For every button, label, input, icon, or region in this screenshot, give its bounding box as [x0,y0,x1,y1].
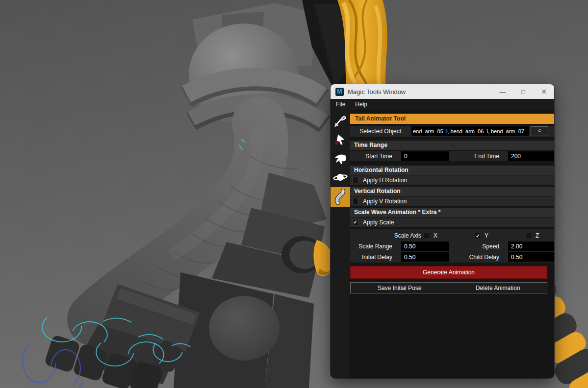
selected-object-row: Selected Object < [350,126,554,137]
time-range-row: Start Time End Time [350,151,554,161]
window-title: Magic Tools Window [348,88,492,96]
panel-body: Tail Animator Tool Selected Object < Tim… [331,110,554,378]
tool-button-planet[interactable] [331,169,350,186]
scale-wave-header: Scale Wave Animation * Extra * [350,208,554,217]
magic-tools-window: M Magic Tools Window — □ ✕ File Help [331,84,554,378]
axis-y-group: ✓ Y [472,232,488,239]
generate-animation-button[interactable]: Generate Animation [350,266,547,279]
tail-icon [333,189,348,205]
start-time-input[interactable] [401,151,449,161]
axis-x-label: X [434,232,437,239]
window-titlebar[interactable]: M Magic Tools Window — □ ✕ [331,84,554,99]
tool-button-tail-animator[interactable] [331,187,350,207]
axis-y-checkbox[interactable]: ✓ [475,233,481,239]
selected-object-label: Selected Object [350,128,401,135]
planet-icon [333,171,348,184]
menu-item-file[interactable]: File [336,101,345,108]
apply-scale-checkbox[interactable]: ✓ [352,219,358,225]
scale-range-label: Scale Range [350,243,392,250]
apply-v-rotation-row: Apply V Rotation [350,196,554,206]
tool-button-needle[interactable] [331,113,350,130]
save-initial-pose-button[interactable]: Save Initial Pose [350,282,449,293]
needle-icon [333,114,347,129]
apply-scale-label: Apply Scale [363,219,394,226]
tool-button-claw[interactable] [331,150,350,168]
axis-z-checkbox[interactable] [526,233,532,239]
desktop-stage: M Magic Tools Window — □ ✕ File Help [0,0,588,388]
apply-scale-row: ✓ Apply Scale [350,218,554,227]
window-controls: — □ ✕ [492,84,554,99]
child-delay-input[interactable] [508,252,554,262]
end-time-label: End Time [458,153,499,160]
end-time-input[interactable] [508,151,554,161]
scale-range-input[interactable] [401,242,449,251]
delay-row: Initial Delay Child Delay [350,252,554,262]
tool-sidebar [331,110,350,378]
scale-range-speed-row: Scale Range Speed [350,241,554,251]
select-arrow-icon [333,133,347,147]
vertical-rotation-header: Vertical Rotation [350,187,554,196]
scale-axis-row: Scale Axis X ✓ Y Z [350,231,554,240]
apply-v-rotation-checkbox[interactable] [352,198,358,204]
minimize-button[interactable]: — [492,84,513,99]
scale-settings-block: Scale Axis X ✓ Y Z [350,229,554,263]
start-time-label: Start Time [350,153,392,160]
initial-delay-label: Initial Delay [350,254,392,261]
app-logo-icon: M [335,88,344,96]
collapse-button[interactable]: < [531,126,548,136]
delete-animation-button[interactable]: Delete Animation [449,282,548,293]
horizontal-rotation-header: Horizontal Rotation [350,166,554,175]
menu-item-help[interactable]: Help [355,101,367,108]
tool-button-select[interactable] [331,131,350,149]
initial-delay-input[interactable] [401,252,449,262]
apply-h-rotation-row: Apply H Rotation [350,175,554,185]
menu-bar: File Help [331,99,554,110]
speed-input[interactable] [508,242,554,251]
apply-h-rotation-checkbox[interactable] [352,177,358,183]
tool-header: Tail Animator Tool [350,114,554,124]
time-range-header: Time Range [350,141,554,150]
child-delay-label: Child Delay [458,254,499,261]
speed-label: Speed [458,243,499,250]
tail-animator-panel: Tail Animator Tool Selected Object < Tim… [350,110,554,378]
axis-z-label: Z [536,232,539,239]
axis-x-checkbox[interactable] [424,233,430,239]
maximize-button[interactable]: □ [513,84,534,99]
axis-z-group: Z [523,232,539,239]
scale-axis-label: Scale Axis [350,232,421,239]
apply-h-rotation-label: Apply H Rotation [363,177,407,184]
axis-y-label: Y [485,232,488,239]
pose-buttons-row: Save Initial Pose Delete Animation [350,282,547,293]
selected-object-input[interactable] [411,126,529,136]
close-button[interactable]: ✕ [534,84,554,99]
apply-v-rotation-label: Apply V Rotation [363,198,407,205]
claw-icon [333,152,347,166]
axis-x-group: X [421,232,437,239]
